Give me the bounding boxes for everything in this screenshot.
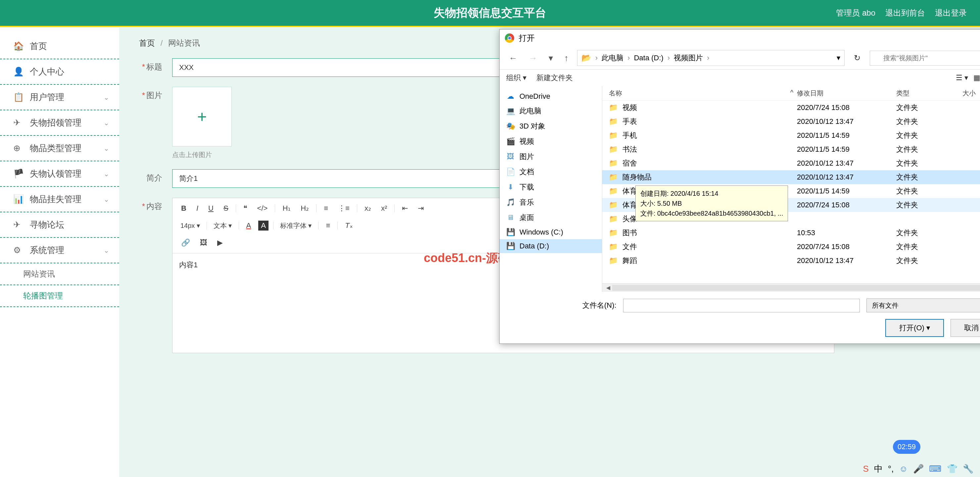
text-menu[interactable]: 文本 ▾: [212, 221, 234, 231]
indent-button[interactable]: ⇤: [399, 203, 410, 214]
tree-item-4[interactable]: 🖼图片: [500, 149, 602, 164]
underline-button[interactable]: U: [205, 203, 216, 214]
view-details-icon[interactable]: ▦: [974, 73, 980, 82]
file-row[interactable]: 📁视频2020/7/24 15:08文件夹: [602, 101, 980, 115]
up-button[interactable]: ↑: [562, 52, 571, 65]
ime-icon[interactable]: 中: [874, 463, 883, 475]
file-row[interactable]: 📁手表2020/10/12 13:47文件夹: [602, 115, 980, 129]
sidebar-item-5[interactable]: 🏴失物认领管理⌄: [0, 162, 119, 185]
mic-icon[interactable]: 🎤: [913, 464, 924, 474]
h1-button[interactable]: H₁: [280, 203, 293, 214]
sogou-icon[interactable]: S: [863, 464, 869, 474]
superscript-button[interactable]: x²: [379, 203, 390, 214]
col-date[interactable]: 修改日期: [797, 89, 896, 98]
col-name[interactable]: 名称: [609, 89, 790, 98]
sidebar-item-2[interactable]: 📋用户管理⌄: [0, 85, 119, 109]
sidebar-item-6[interactable]: 📊物品挂失管理⌄: [0, 187, 119, 211]
sidebar-item-7[interactable]: ✈寻物论坛: [0, 213, 119, 236]
outdent-button[interactable]: ⇥: [415, 203, 426, 214]
refresh-button[interactable]: ↻: [851, 52, 864, 64]
col-type[interactable]: 类型: [896, 89, 963, 98]
bgcolor-button[interactable]: A: [258, 221, 269, 231]
open-button[interactable]: 打开(O) ▾: [885, 319, 944, 337]
file-row[interactable]: 📁图书10:53文件夹: [602, 226, 980, 240]
skin-icon[interactable]: 👕: [947, 464, 958, 474]
file-row[interactable]: 📁书法2020/11/5 14:59文件夹: [602, 142, 980, 156]
view-list-icon[interactable]: ☰ ▾: [956, 73, 968, 82]
sidebar-icon: 📊: [13, 194, 23, 204]
exit-front-link[interactable]: 退出到前台: [885, 8, 925, 18]
strike-button[interactable]: S: [221, 203, 231, 214]
forward-button[interactable]: →: [526, 52, 540, 65]
italic-button[interactable]: I: [194, 203, 201, 214]
tree-item-5[interactable]: 📄文档: [500, 164, 602, 180]
h2-button[interactable]: H₂: [298, 203, 312, 214]
filename-input[interactable]: [623, 299, 860, 313]
sidebar-label: 失物招领管理: [30, 117, 81, 129]
sidebar-sub-0[interactable]: 网站资讯: [0, 264, 119, 284]
clear-format-button[interactable]: Tₓ: [342, 220, 355, 231]
admin-label[interactable]: 管理员 abo: [836, 8, 875, 18]
toolbox-icon[interactable]: 🔧: [963, 464, 974, 474]
sidebar-item-1[interactable]: 👤个人中心: [0, 60, 119, 83]
tree-item-9[interactable]: 💾Windows (C:): [500, 225, 602, 239]
color-button[interactable]: A: [244, 220, 254, 231]
font-select[interactable]: 标准字体 ▾: [278, 221, 314, 231]
file-row[interactable]: 📁舞蹈2020/10/12 13:47文件夹: [602, 254, 980, 268]
tree-item-3[interactable]: 🎬视频: [500, 134, 602, 149]
keyboard-icon[interactable]: ⌨: [929, 464, 942, 474]
image-upload-box[interactable]: +: [172, 87, 232, 147]
back-button[interactable]: ←: [506, 52, 520, 65]
h-scrollbar[interactable]: ◀▶: [602, 283, 980, 292]
tree-icon: 💾: [506, 242, 515, 250]
list-ordered-button[interactable]: ≡: [321, 203, 331, 214]
folder-tree: ☁OneDrive💻此电脑🎭3D 对象🎬视频🖼图片📄文档⬇下载🎵音乐🖥桌面💾Wi…: [500, 86, 602, 292]
quote-button[interactable]: ❝: [241, 203, 250, 214]
tree-item-2[interactable]: 🎭3D 对象: [500, 119, 602, 134]
video-button[interactable]: ▶: [215, 237, 226, 249]
file-row[interactable]: 📁宿舍2020/10/12 13:47文件夹: [602, 156, 980, 170]
sidebar-sub-1[interactable]: 轮播图管理: [0, 286, 119, 306]
tree-item-8[interactable]: 🖥桌面: [500, 210, 602, 225]
emoji-icon[interactable]: ☺: [899, 464, 908, 474]
dialog-footer: 文件名(N): 所有文件 打开(O) ▾ 取消: [500, 292, 980, 343]
cancel-button[interactable]: 取消: [951, 319, 980, 337]
tree-item-10[interactable]: 💾Data (D:): [500, 239, 602, 253]
logout-link[interactable]: 退出登录: [935, 8, 967, 18]
tree-item-1[interactable]: 💻此电脑: [500, 103, 602, 119]
align-button[interactable]: ≡: [323, 220, 333, 231]
link-button[interactable]: 🔗: [178, 237, 192, 249]
new-folder-button[interactable]: 新建文件夹: [536, 73, 573, 83]
file-row[interactable]: 📁随身物品2020/10/12 13:47文件夹: [602, 170, 980, 184]
code-button[interactable]: </>: [255, 203, 270, 214]
punct-icon[interactable]: °,: [888, 464, 894, 474]
file-tooltip: 创建日期: 2020/4/16 15:14 大小: 5.50 MB 文件: 0b…: [635, 185, 788, 221]
tree-item-6[interactable]: ⬇下载: [500, 180, 602, 195]
tree-icon: 🎬: [506, 137, 515, 146]
tree-icon: ☁: [506, 92, 515, 101]
search-input[interactable]: [870, 51, 980, 65]
col-size[interactable]: 大小: [963, 89, 980, 98]
folder-icon: 📁: [609, 131, 618, 139]
sidebar-item-3[interactable]: ✈失物招领管理⌄: [0, 111, 119, 134]
path-bar[interactable]: 📂 › 此电脑 › Data (D:) › 视频图片 › ▾: [577, 50, 845, 66]
tree-item-7[interactable]: 🎵音乐: [500, 195, 602, 210]
breadcrumb-home[interactable]: 首页: [139, 38, 155, 47]
fontsize-select[interactable]: 14px ▾: [178, 221, 202, 230]
file-open-dialog: 打开 ✕ ← → ▾ ↑ 📂 › 此电脑 › Data (D:) › 视频图片 …: [499, 29, 980, 344]
subscript-button[interactable]: x₂: [362, 203, 374, 214]
organize-menu[interactable]: 组织 ▾: [506, 73, 527, 83]
file-row[interactable]: 📁文件2020/7/24 15:08文件夹: [602, 240, 980, 254]
recent-chevron[interactable]: ▾: [546, 52, 555, 65]
bold-button[interactable]: B: [178, 203, 189, 214]
folder-icon: 📁: [609, 103, 618, 112]
list-unordered-button[interactable]: ⋮≡: [336, 203, 352, 214]
filetype-select[interactable]: 所有文件: [866, 298, 980, 313]
sidebar-item-0[interactable]: 🏠首页: [0, 34, 119, 58]
sidebar-item-4[interactable]: ⊕物品类型管理⌄: [0, 136, 119, 160]
image-button[interactable]: 🖼: [197, 237, 210, 249]
sidebar-item-8[interactable]: ⚙系统管理⌄: [0, 238, 119, 262]
chevron-down-icon: ⌄: [103, 144, 109, 152]
file-row[interactable]: 📁手机2020/11/5 14:59文件夹: [602, 129, 980, 142]
tree-item-0[interactable]: ☁OneDrive: [500, 89, 602, 103]
